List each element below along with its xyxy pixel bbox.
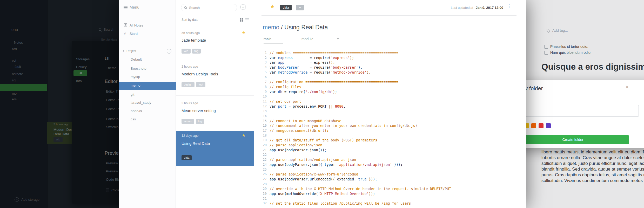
- code-line: 31: [260, 196, 451, 201]
- code-line: 8// config files: [260, 84, 451, 89]
- sidebar-folder-mysql[interactable]: mysql: [131, 75, 140, 79]
- sidebar: Menu All Notes ☆ Stard ▾ Project + Defau…: [119, 0, 176, 208]
- note-date: an hours ago: [182, 31, 200, 35]
- chevron-down-icon[interactable]: ▾: [123, 49, 124, 52]
- sidebar-item-starred[interactable]: Stard: [130, 32, 138, 36]
- background-window-dark: enu Notes ard ect fault ostnote sql mo e…: [0, 0, 119, 208]
- close-icon[interactable]: ×: [626, 84, 629, 90]
- code-line: 24app.use(bodyParser.json({ type: 'appli…: [260, 162, 451, 167]
- note-tag-badge[interactable]: data: [280, 5, 292, 10]
- project-header[interactable]: Project: [126, 49, 136, 53]
- new-tab-icon[interactable]: +: [337, 36, 339, 41]
- star-icon[interactable]: ★: [242, 30, 245, 35]
- note-title[interactable]: Using Real Data: [182, 141, 210, 146]
- note-date: 2 hours ago: [182, 65, 198, 68]
- search-icon: [184, 6, 187, 10]
- boostnote-window: Menu All Notes ☆ Stard ▾ Project + Defau…: [119, 0, 526, 208]
- sidebar-folder-laravel-study[interactable]: laravel_study: [131, 101, 151, 105]
- kebab-menu-icon[interactable]: ⋮: [507, 3, 511, 9]
- code-line: 6: [260, 75, 451, 80]
- code-line: 11// set our port: [260, 99, 451, 104]
- code-line: 27app.use(bodyParser.urlencoded({ extend…: [260, 177, 451, 182]
- sidebar-folder-git[interactable]: git: [131, 93, 134, 96]
- last-updated-value: Jan.9, 2017 12:00: [476, 6, 503, 10]
- menu-icon[interactable]: [124, 6, 128, 6]
- code-line: 2var express = require('express');: [260, 55, 451, 60]
- code-line: 29// override with the X-HTTP-Method-Ove…: [260, 186, 451, 191]
- sidebar-folder-memo-selected[interactable]: [119, 82, 176, 90]
- screenshot-root: enu Notes ard ect fault ostnote sql mo e…: [0, 0, 644, 208]
- folder-name-input[interactable]: [526, 105, 639, 117]
- code-line: 23// parse application/vnd.api+json as j…: [260, 157, 451, 162]
- tag-badge: tool: [196, 82, 205, 87]
- note-list: + Sort by date an hours ago ★ Jade templ…: [176, 0, 254, 208]
- search-input[interactable]: [189, 5, 235, 10]
- list-view-icon[interactable]: [245, 18, 249, 22]
- all-notes-icon: [124, 23, 127, 27]
- tag-badge: server: [182, 119, 194, 124]
- star-outline-icon: ☆: [123, 31, 127, 36]
- note-editor: ★ data + Last updated at Jan.9, 2017 12:…: [254, 0, 526, 208]
- search-box: [181, 4, 237, 11]
- note-tags: servertag: [182, 119, 206, 124]
- color-swatch[interactable]: [531, 123, 536, 128]
- sidebar-folder-default[interactable]: Default: [131, 57, 142, 61]
- breadcrumb: memo / Using Real Data: [263, 24, 328, 31]
- tag-badge: tag: [192, 49, 201, 54]
- code-line: 13: [260, 109, 451, 114]
- code-line: 25: [260, 167, 451, 172]
- code-line: 9var db = require('./config/db');: [260, 89, 451, 94]
- note-tags: designtool: [182, 82, 207, 87]
- note-title[interactable]: Modern Design Tools: [182, 72, 218, 76]
- menu-button[interactable]: Menu: [130, 5, 139, 9]
- create-folder-button[interactable]: Create folder: [526, 135, 629, 144]
- code-line: 12var port = process.env.PORT || 8080;: [260, 104, 451, 109]
- star-toggle-icon[interactable]: ★: [270, 3, 275, 10]
- code-line: 32// set the static files location /publ…: [260, 201, 451, 206]
- sidebar-folder-css[interactable]: css: [131, 117, 136, 121]
- header-divider: [261, 16, 516, 16]
- code-line: 19// get all data/stuff of the body (POS…: [260, 138, 451, 143]
- code-line: 30app.use(methodOverride('X-HTTP-Method-…: [260, 191, 451, 196]
- code-line: 1// modules ============================…: [260, 50, 451, 55]
- code-line: 21app.use(bodyParser.json());: [260, 148, 451, 153]
- star-icon[interactable]: ★: [242, 133, 245, 138]
- divider: [176, 95, 254, 96]
- sidebar-item-all-notes[interactable]: All Notes: [130, 23, 143, 27]
- color-swatch[interactable]: [546, 123, 551, 128]
- code-editor[interactable]: 1// modules ============================…: [260, 50, 451, 206]
- code-line: 7// configuration ======================…: [260, 80, 451, 84]
- sidebar-folder-nodejs[interactable]: nodeJs: [131, 109, 142, 113]
- sort-select[interactable]: Sort by date: [182, 18, 198, 22]
- sidebar-folder-memo-label[interactable]: memo: [131, 83, 140, 87]
- tag-badge: design: [182, 82, 194, 87]
- page-title: Using Real Data: [284, 24, 328, 31]
- code-line: 28: [260, 182, 451, 187]
- code-line: 18: [260, 133, 451, 138]
- note-title[interactable]: Jade template: [182, 38, 206, 42]
- tab-main-active[interactable]: main: [264, 37, 283, 43]
- code-line: 4var bodyParser = require('body-parser')…: [260, 65, 451, 70]
- code-line: 17// mongoose.connect(db.url);: [260, 128, 451, 133]
- note-title[interactable]: Mean server setting: [182, 108, 216, 113]
- tab-module[interactable]: module: [301, 37, 313, 41]
- new-folder-dialog: New folder × Create folder: [526, 80, 644, 148]
- note-date: 3 hours ago: [182, 101, 198, 105]
- last-updated-label: Last updated at: [451, 6, 473, 10]
- grid-view-icon[interactable]: [240, 18, 243, 22]
- code-line: 26// parse application/x-www-form-urlenc…: [260, 172, 451, 177]
- code-line: 3var app = express();: [260, 60, 451, 65]
- background-window-light: Add tag... Phasellus id tortor odio. Nam…: [526, 0, 644, 208]
- add-tag-icon[interactable]: +: [296, 5, 304, 10]
- note-date: 12 days ago: [182, 134, 198, 138]
- color-swatch[interactable]: [526, 123, 529, 128]
- dim-overlay: [0, 0, 119, 208]
- dialog-title: New folder: [526, 85, 543, 92]
- sidebar-folder-boostnote[interactable]: Boostnote: [131, 67, 146, 70]
- breadcrumb-folder[interactable]: memo: [263, 24, 279, 31]
- code-line: 20// parse application/json: [260, 143, 451, 148]
- new-note-icon[interactable]: +: [240, 4, 246, 10]
- note-tags: wiptag: [182, 48, 202, 54]
- color-swatch[interactable]: [539, 123, 544, 128]
- add-folder-icon[interactable]: +: [167, 49, 171, 54]
